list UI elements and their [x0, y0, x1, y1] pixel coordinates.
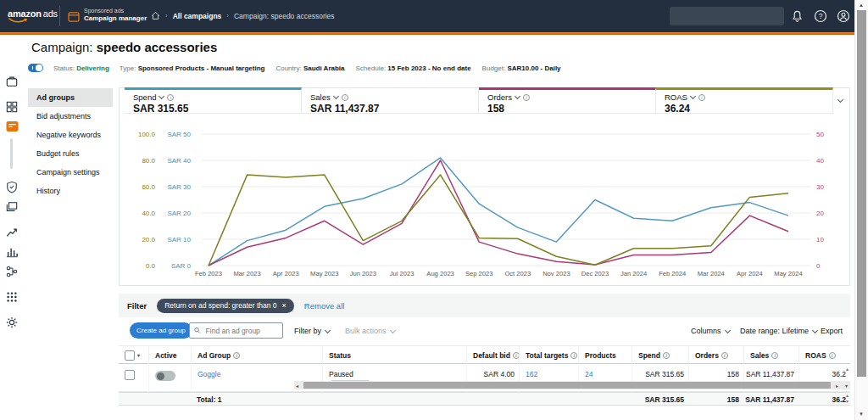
- column-header-targets[interactable]: Total targetsi: [519, 346, 578, 364]
- home-icon[interactable]: [151, 11, 160, 20]
- ad-group-active-toggle[interactable]: [155, 371, 175, 381]
- columns-dropdown[interactable]: Columns: [691, 327, 730, 335]
- breadcrumb: › All campaigns › Campaign: speedo acces…: [151, 11, 335, 20]
- remove-filter-icon[interactable]: ×: [282, 301, 287, 310]
- metric-card-spend[interactable]: SpendiSAR 315.65: [125, 87, 302, 114]
- account-icon[interactable]: [837, 9, 850, 23]
- apps-grid-icon[interactable]: [6, 291, 18, 303]
- shield-icon[interactable]: [6, 181, 18, 193]
- collapse-chart-chevron-icon[interactable]: [837, 97, 843, 103]
- campaign-status-row: Status: Delivering Type: Sponsored Produ…: [28, 64, 561, 72]
- svg-text:SAR 40: SAR 40: [167, 157, 191, 165]
- chart-line-roas: [209, 175, 788, 266]
- horizontal-scrollbar[interactable]: ◂ ▸ ▾: [294, 381, 850, 389]
- metric-card-orders[interactable]: Ordersi158: [479, 87, 656, 114]
- notifications-bell-icon[interactable]: [791, 9, 804, 23]
- svg-text:Jan 2024: Jan 2024: [620, 270, 647, 277]
- filter-pill[interactable]: Return on ad spend: greater than 0×: [157, 299, 294, 313]
- column-header-roas[interactable]: ROASi: [798, 346, 850, 364]
- column-header-adgroup[interactable]: Ad Groupi: [191, 346, 322, 364]
- topbar-search-input[interactable]: [670, 7, 784, 25]
- export-button[interactable]: Export: [821, 327, 843, 335]
- breadcrumb-all-campaigns[interactable]: All campaigns: [173, 12, 222, 20]
- filter-label: Filter: [127, 301, 147, 311]
- total-roas: 36.2: [798, 393, 850, 406]
- date-range-dropdown[interactable]: Date range: Lifetime: [740, 327, 817, 335]
- sidebar-item-bid-adjustments[interactable]: Bid adjustments: [28, 107, 113, 126]
- page-title: Campaign: speedo accessories: [31, 40, 217, 54]
- svg-text:80.0: 80.0: [142, 157, 155, 165]
- column-header-products[interactable]: Products: [578, 346, 632, 364]
- svg-text:50: 50: [816, 131, 824, 138]
- sidebar-item-budget-rules[interactable]: Budget rules: [28, 144, 113, 163]
- svg-text:40: 40: [816, 157, 824, 165]
- cell-select[interactable]: [119, 364, 148, 392]
- workflow-icon[interactable]: [6, 266, 18, 277]
- performance-line-chart: 0.0SAR 0020.0SAR 101040.0SAR 202060.0SAR…: [120, 115, 849, 285]
- filter-by-dropdown[interactable]: Filter by: [294, 327, 330, 335]
- sidebar-item-negative-keywords[interactable]: Negative keywords: [28, 126, 113, 144]
- column-header-spend[interactable]: Spendi: [632, 346, 688, 364]
- sidebar-item-ad-groups[interactable]: Ad groups: [28, 88, 113, 107]
- amazon-ads-logo[interactable]: amazonads: [8, 8, 58, 19]
- create-ad-group-button[interactable]: Create ad group: [130, 322, 192, 339]
- campaign-meta: Type: Sponsored Products - Manual target…: [109, 64, 561, 72]
- table-toolbar: Create ad group Filter by Bulk actions C…: [119, 321, 850, 343]
- bulk-actions-dropdown[interactable]: Bulk actions: [345, 327, 395, 335]
- metric-card-roas[interactable]: ROASi36.24: [656, 87, 833, 114]
- svg-text:SAR 0: SAR 0: [171, 262, 192, 270]
- svg-text:20.0: 20.0: [142, 236, 155, 244]
- svg-text:Apr 2023: Apr 2023: [273, 270, 299, 277]
- search-input[interactable]: [204, 326, 278, 336]
- portfolio-icon[interactable]: [6, 76, 18, 87]
- app-subtitle: Sponsored ads: [84, 7, 147, 14]
- meta-budget: Budget: SAR10.00 - Daily: [482, 64, 561, 72]
- column-header-orders[interactable]: Ordersi: [688, 346, 743, 364]
- reports-bar-chart-icon[interactable]: [6, 246, 18, 258]
- svg-text:Feb 2023: Feb 2023: [195, 270, 222, 277]
- svg-text:60.0: 60.0: [142, 183, 155, 191]
- svg-text:Oct 2023: Oct 2023: [504, 270, 531, 277]
- creatives-icon[interactable]: [6, 201, 18, 213]
- app-title[interactable]: Campaign manager: [84, 14, 147, 23]
- svg-text:0: 0: [816, 262, 821, 270]
- table-header-row: ▾ActiveAd GroupiStatusDefault bidiTotal …: [119, 345, 850, 364]
- metric-card-sales[interactable]: SalesiSAR 11,437.87: [302, 87, 479, 114]
- svg-text:0.0: 0.0: [146, 262, 156, 270]
- breadcrumb-campaign[interactable]: Campaign: speedo accessories: [234, 12, 335, 20]
- svg-text:SAR 10: SAR 10: [167, 236, 191, 244]
- column-header-active[interactable]: Active: [148, 346, 191, 364]
- svg-text:Dec 2023: Dec 2023: [581, 270, 609, 277]
- column-header-bid[interactable]: Default bidi: [466, 346, 519, 364]
- svg-text:100.0: 100.0: [138, 131, 156, 138]
- filter-band: Filter Return on ad spend: greater than …: [119, 294, 850, 317]
- total-scroll-up-icon[interactable]: ▲: [845, 394, 849, 398]
- svg-text:Mar 2023: Mar 2023: [234, 270, 261, 277]
- campaign-enabled-toggle[interactable]: [28, 64, 43, 72]
- svg-text:Jul 2023: Jul 2023: [390, 270, 415, 277]
- column-header-status[interactable]: Status: [322, 346, 466, 364]
- table-scroll-up-icon[interactable]: ▲: [845, 367, 849, 372]
- svg-text:SAR 50: SAR 50: [167, 131, 191, 138]
- amazon-smile-icon: [8, 18, 27, 23]
- dashboard-icon[interactable]: [6, 101, 18, 113]
- campaign-manager-rail-icon[interactable]: [6, 120, 19, 132]
- svg-text:May 2024: May 2024: [774, 270, 802, 277]
- settings-gear-icon[interactable]: [6, 316, 18, 328]
- svg-text:SAR 20: SAR 20: [167, 210, 191, 217]
- sidebar-item-campaign-settings[interactable]: Campaign settings: [28, 163, 113, 182]
- select-all-checkbox[interactable]: [125, 350, 135, 361]
- sidebar-item-history[interactable]: History: [28, 182, 113, 200]
- ad-group-search[interactable]: [189, 322, 283, 339]
- total-orders: 158: [688, 393, 743, 406]
- column-header-sales[interactable]: Salesi: [743, 346, 798, 364]
- remove-all-filters-link[interactable]: Remove all: [304, 301, 345, 311]
- row-checkbox[interactable]: [125, 370, 135, 380]
- help-icon[interactable]: ?: [814, 9, 827, 23]
- insights-trend-icon[interactable]: [6, 227, 18, 238]
- svg-text:40.0: 40.0: [142, 210, 155, 217]
- svg-text:Jun 2023: Jun 2023: [350, 270, 376, 277]
- page-vertical-scrollbar[interactable]: ▲ ▼: [854, 0, 868, 420]
- total-scroll-down-icon[interactable]: ▼: [845, 400, 849, 404]
- cell-active[interactable]: [148, 364, 191, 392]
